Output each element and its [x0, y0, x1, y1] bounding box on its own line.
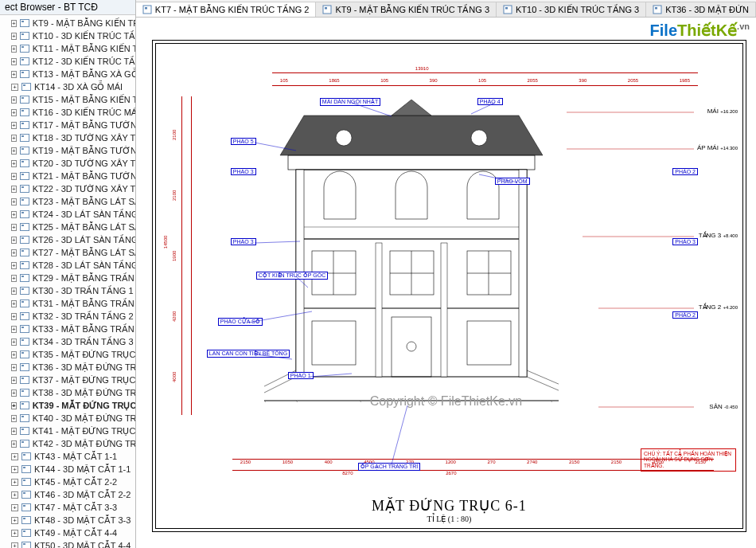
tree-item[interactable]: +KT19 - MẬT BẰNG TƯỜNG XÂY TẦNG [0, 144, 135, 157]
expand-icon[interactable]: + [11, 377, 17, 384]
expand-icon[interactable]: + [11, 249, 17, 256]
expand-icon[interactable]: + [11, 84, 18, 91]
tree-item[interactable]: +KT17 - MẬT BẰNG TƯỜNG XÂY TẦNG [0, 119, 135, 131]
tree-item[interactable]: +KT43 - MẬT CẮT 1-1 [0, 450, 135, 463]
tree-item[interactable]: +KT11 - MẬT BẰNG KIẾN TRÚC TẦNG ÁP [0, 42, 135, 55]
expand-icon[interactable]: + [11, 33, 17, 40]
tree-item[interactable]: +KT13 - MẬT BẰNG XÀ GỖ MÁI [0, 68, 135, 80]
tree-item[interactable]: +KT14 - 3D XÀ GỖ MÁI [0, 80, 135, 93]
tree-item[interactable]: +KT30 - 3D TRẦN TẦNG 1 [0, 284, 135, 297]
expand-icon[interactable]: + [11, 109, 17, 116]
drawing-canvas[interactable]: FileThiếtKế.vn [136, 18, 756, 548]
expand-icon[interactable]: + [11, 364, 17, 371]
tree-item-label: KT44 - 3D MẬT CẮT 1-1 [34, 463, 131, 476]
tree-item[interactable]: +KT16 - 3D KIẾN TRÚC MÁI [0, 106, 135, 119]
expand-icon[interactable]: + [11, 326, 17, 333]
tree-item[interactable]: +KT41 - MẬT ĐỨNG TRỤC 1-6 [0, 425, 135, 437]
expand-icon[interactable]: + [11, 211, 17, 218]
expand-icon[interactable]: + [11, 428, 17, 435]
expand-icon[interactable]: + [11, 160, 17, 167]
expand-icon[interactable]: + [11, 453, 18, 460]
tree-item[interactable]: +KT39 - MẮT ĐỨNG TRỤC 6-1 [0, 399, 135, 412]
expand-icon[interactable]: + [11, 198, 17, 206]
tree-item[interactable]: +KT47 - MẬT CẮT 3-3 [0, 501, 135, 514]
sheet-icon [20, 57, 29, 65]
tree-item[interactable]: +KT25 - MẬT BẰNG LÁT SÀN TẦNG 2 [0, 221, 135, 233]
tree-item[interactable]: +KT33 - MẬT BẰNG TRẦN TẦNG 3 [0, 323, 135, 335]
expand-icon[interactable]: + [11, 504, 18, 511]
view-tab[interactable]: KT7 - MẬT BẰNG KIẾN TRÚC TẦNG 2 [136, 2, 317, 17]
tree-item[interactable]: +KT32 - 3D TRẦN TẦNG 2 [0, 310, 135, 323]
expand-icon[interactable]: + [11, 224, 17, 231]
expand-icon[interactable]: + [11, 288, 17, 295]
expand-icon[interactable]: + [11, 491, 18, 499]
tree-item[interactable]: +KT20 - 3D TƯỜNG XÂY TẦNG 2 [0, 157, 135, 170]
sheet-icon [21, 83, 31, 91]
tree-item[interactable]: +KT18 - 3D TƯỜNG XÂY TẦNG 1 [0, 131, 135, 144]
tree-item[interactable]: +KT15 - MẬT BẰNG KIẾN TRÚC MÁI [0, 93, 135, 106]
expand-icon[interactable]: + [11, 122, 17, 129]
expand-icon[interactable]: + [11, 339, 17, 346]
callout-phaocs: PHÀO CỬA SỐ [218, 318, 263, 326]
expand-icon[interactable]: + [11, 542, 18, 549]
svg-rect-23 [21, 161, 24, 162]
tree-item[interactable]: +KT12 - 3D KIẾN TRÚC TẦNG ÁP MÁI [0, 55, 135, 68]
tree-item[interactable]: +KT22 - 3D TƯỜNG XÂY TẦNG 3 [0, 182, 135, 195]
expand-icon[interactable]: + [11, 440, 17, 448]
expand-icon[interactable]: + [11, 402, 17, 409]
expand-icon[interactable]: + [11, 479, 18, 486]
tree-item[interactable]: +KT38 - 3D MẬT ĐỨNG TRỤC C - A [0, 386, 135, 399]
expand-icon[interactable]: + [11, 20, 17, 27]
expand-icon[interactable]: + [11, 517, 18, 524]
tree-item[interactable]: +KT21 - MẬT BẰNG TƯỜNG XÂY TẦNG [0, 170, 135, 182]
expand-icon[interactable]: + [11, 58, 17, 65]
tree-item[interactable]: +KT49 - MẬT CẮT 4-4 [0, 526, 135, 539]
expand-icon[interactable]: + [11, 313, 17, 320]
expand-icon[interactable]: + [11, 96, 17, 104]
expand-icon[interactable]: + [11, 262, 17, 269]
callout-phao2r: PHÀO 2 [672, 168, 698, 175]
dimension-value: 2150 [611, 460, 622, 468]
tree-item[interactable]: +KT34 - 3D TRẦN TẦNG 3 [0, 335, 135, 348]
expand-icon[interactable]: + [11, 300, 17, 307]
tree-item[interactable]: +KT40 - 3D MẬT ĐỨNG TRỤC 6-1 [0, 412, 135, 425]
tree-item[interactable]: +KT50 - 3D MẬT CẮT 4-4 [0, 539, 135, 548]
tree-item[interactable]: +KT42 - 3D MẬT ĐỨNG TRỤC 1-6 [0, 437, 135, 450]
expand-icon[interactable]: + [11, 186, 17, 193]
expand-icon[interactable]: + [11, 530, 18, 537]
expand-icon[interactable]: + [11, 173, 17, 180]
tree-item[interactable]: +KT48 - 3D MẬT CẮT 3-3 [0, 514, 135, 526]
tree-item[interactable]: +KT24 - 3D LÁT SÀN TẦNG 1 [0, 208, 135, 221]
tree-item[interactable]: +KT31 - MẬT BẰNG TRẦN TẦNG 2 [0, 297, 135, 310]
tree-item[interactable]: +KT9 - MẬT BẰNG KIẾN TRÚC TẦNG 3 [0, 17, 135, 29]
tree-item[interactable]: +KT28 - 3D LÁT SÀN TẦNG 3 [0, 259, 135, 272]
expand-icon[interactable]: + [11, 389, 17, 397]
expand-icon[interactable]: + [11, 466, 18, 473]
tree-item[interactable]: +KT46 - 3D MẬT CẮT 2-2 [0, 488, 135, 501]
tree-item[interactable]: +KT36 - 3D MẬT ĐỨNG TRỤC A - C [0, 361, 135, 374]
expand-icon[interactable]: + [11, 275, 17, 282]
view-tab[interactable]: KT36 - 3D MẬT ĐỨN [646, 2, 756, 17]
view-tab[interactable]: KT9 - MẬT BẰNG KIẾN TRÚC TẦNG 3 [316, 2, 497, 17]
expand-icon[interactable]: + [11, 135, 17, 142]
tree-item[interactable]: +KT27 - MẬT BẰNG LÁT SÀN TẦNG 3 [0, 246, 135, 259]
expand-icon[interactable]: + [11, 351, 17, 358]
tree-item[interactable]: +KT23 - MẬT BẰNG LÁT SÀN TẦNG 1 [0, 195, 135, 208]
expand-icon[interactable]: + [11, 237, 17, 244]
svg-rect-34 [20, 237, 29, 244]
tree-item[interactable]: +KT37 - MẬT ĐỨNG TRỤC C - A [0, 374, 135, 386]
tree-item[interactable]: +KT29 - MẬT BẰNG TRẦN TẦNG 1 [0, 272, 135, 284]
expand-icon[interactable]: + [11, 45, 17, 53]
sheet-tree[interactable]: +KT9 - MẬT BẰNG KIẾN TRÚC TẦNG 3+KT10 - … [0, 15, 135, 548]
tree-item[interactable]: +KT44 - 3D MẬT CẮT 1-1 [0, 463, 135, 476]
tree-item[interactable]: +KT45 - MẬT CẮT 2-2 [0, 476, 135, 488]
expand-icon[interactable]: + [11, 415, 17, 422]
tree-item[interactable]: +KT35 - MẬT ĐỨNG TRỤC A - C [0, 348, 135, 361]
view-tab[interactable]: KT10 - 3D KIẾN TRÚC TẦNG 3 [497, 2, 646, 17]
expand-icon[interactable]: + [11, 71, 17, 78]
tree-item[interactable]: +KT10 - 3D KIẾN TRÚC TẦNG 3 [0, 29, 135, 42]
tree-item[interactable]: +KT26 - 3D LÁT SÀN TẦNG 2 [0, 233, 135, 246]
expand-icon[interactable]: + [11, 147, 17, 155]
svg-rect-90 [504, 6, 512, 14]
view-tabs[interactable]: KT7 - MẬT BẰNG KIẾN TRÚC TẦNG 2KT9 - MẬT… [136, 0, 756, 18]
